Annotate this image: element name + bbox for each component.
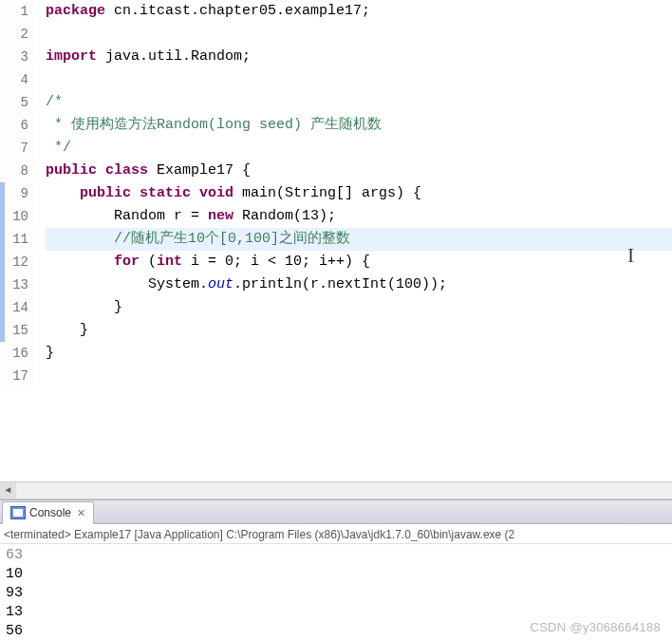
console-icon	[10, 506, 26, 519]
line-number: 14	[0, 296, 34, 319]
line-number: 10	[0, 205, 34, 228]
code-line[interactable]: public class Example17 {	[46, 160, 672, 182]
scroll-left-icon[interactable]: ◄	[0, 482, 16, 499]
console-line: 93	[6, 584, 666, 603]
console-line: 10	[6, 565, 666, 584]
code-line[interactable]: }	[46, 319, 672, 342]
code-line[interactable]	[46, 365, 672, 387]
line-number: 15	[0, 319, 34, 342]
line-number: 6	[0, 114, 34, 137]
horizontal-scrollbar[interactable]: ◄	[0, 481, 672, 499]
watermark: CSDN @y3068664188	[530, 620, 661, 634]
code-line-current[interactable]: //随机产生10个[0,100]之间的整数	[46, 228, 672, 251]
code-line[interactable]: }	[46, 342, 672, 365]
line-number: 12	[0, 251, 34, 273]
console-tabbar: Console ✕	[0, 499, 672, 524]
console-panel: Console ✕ <terminated> Example17 [Java A…	[0, 499, 672, 640]
code-line[interactable]: }	[46, 296, 672, 319]
code-area[interactable]: package cn.itcast.chapter05.example17; i…	[46, 0, 672, 387]
code-line[interactable]: for (int i = 0; i < 10; i++) {	[46, 251, 672, 273]
console-line: 63	[6, 546, 666, 565]
code-line[interactable]: Random r = new Random(13);	[46, 205, 672, 228]
line-number: 17	[0, 365, 34, 387]
line-number: 16	[0, 342, 34, 365]
line-number: 11	[0, 228, 34, 251]
console-line: 13	[6, 603, 666, 622]
code-line[interactable]	[46, 68, 672, 91]
code-line[interactable]: System.out.println(r.nextInt(100));	[46, 273, 672, 296]
line-number: 2	[0, 23, 34, 46]
code-line[interactable]: */	[46, 137, 672, 160]
line-number: 5	[0, 91, 34, 114]
line-number: 13	[0, 273, 34, 296]
line-number: 3	[0, 46, 34, 68]
console-status: <terminated> Example17 [Java Application…	[0, 524, 672, 544]
code-line[interactable]: public static void main(String[] args) {	[46, 182, 672, 205]
line-number: 9	[0, 182, 34, 205]
code-line[interactable]: package cn.itcast.chapter05.example17;	[46, 0, 672, 23]
line-number: 4	[0, 68, 34, 91]
line-gutter: 1 2 3 4 5 6 7 8 9 10 11 12 13 14 15 16 1…	[0, 0, 34, 387]
close-icon[interactable]: ✕	[77, 507, 85, 519]
code-editor[interactable]: 1 2 3 4 5 6 7 8 9 10 11 12 13 14 15 16 1…	[0, 0, 672, 499]
line-number: 1	[0, 0, 34, 23]
code-line[interactable]	[46, 23, 672, 46]
code-line[interactable]: * 使用构造方法Random(long seed) 产生随机数	[46, 114, 672, 137]
line-number: 8	[0, 160, 34, 182]
tab-console[interactable]: Console ✕	[2, 501, 94, 524]
text-cursor-icon: I	[627, 245, 634, 267]
line-number: 7	[0, 137, 34, 160]
code-line[interactable]: /*	[46, 91, 672, 114]
tab-label: Console	[29, 506, 71, 519]
change-marker	[0, 182, 5, 342]
code-line[interactable]: import java.util.Random;	[46, 46, 672, 68]
